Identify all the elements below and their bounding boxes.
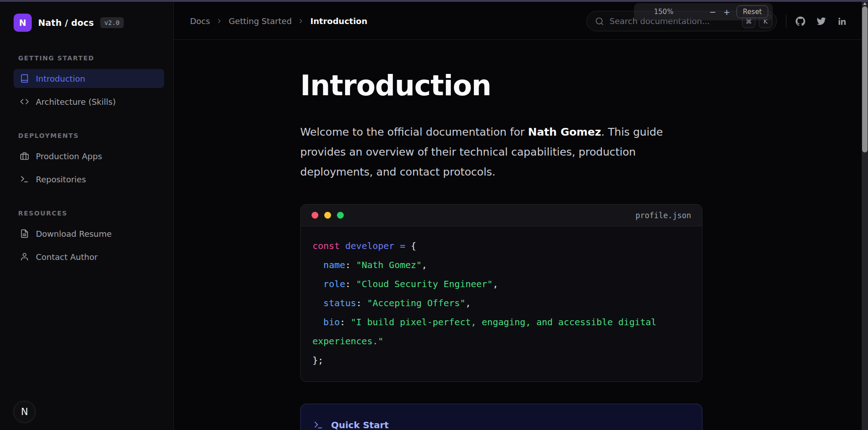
- main-area: DocsGetting StartedIntroduction Search d…: [174, 0, 868, 430]
- sidebar-item-label: Download Resume: [36, 229, 112, 239]
- twitter-icon[interactable]: [816, 16, 826, 26]
- sidebar-section: GETTING STARTEDIntroductionArchitecture …: [14, 54, 164, 111]
- chevron-right-icon: [216, 18, 223, 24]
- sidebar-item-label: Repositories: [36, 175, 86, 184]
- scrollbar-up-arrow-icon[interactable]: [863, 2, 867, 5]
- code-line: role: "Cloud Security Engineer",: [312, 274, 690, 293]
- traffic-light-red-icon: [312, 212, 318, 219]
- content-column: Introduction Welcome to the official doc…: [300, 70, 702, 430]
- sidebar-section: DEPLOYMENTSProduction AppsRepositories: [14, 132, 164, 189]
- briefcase-icon: [20, 151, 29, 161]
- traffic-light-yellow-icon: [324, 212, 331, 219]
- intro-paragraph: Welcome to the official documentation fo…: [300, 122, 702, 182]
- breadcrumb: DocsGetting StartedIntroduction: [190, 16, 367, 26]
- sidebar-item-repositories[interactable]: Repositories: [14, 170, 164, 189]
- logo[interactable]: N Nath / docs v2.0: [14, 11, 164, 32]
- breadcrumb-item-introduction: Introduction: [310, 16, 367, 26]
- code-filename: profile.json: [635, 211, 691, 220]
- search-icon: [595, 17, 604, 26]
- breadcrumb-item-getting-started[interactable]: Getting Started: [229, 16, 292, 26]
- code-content: const developer = { name: "Nath Gomez", …: [301, 226, 702, 381]
- sidebar-item-label: Contact Author: [36, 252, 98, 262]
- page-top-accent-bar: [0, 0, 868, 2]
- code-line: name: "Nath Gomez",: [312, 255, 690, 274]
- browser-zoom-popup: 150% − + Reset: [634, 3, 773, 20]
- sidebar-item-architecture-skills[interactable]: Architecture (Skills): [14, 92, 164, 111]
- header-divider: [786, 15, 786, 28]
- version-badge: v2.0: [100, 17, 124, 28]
- sidebar-item-label: Production Apps: [36, 151, 102, 161]
- intro-text: Welcome to the official documentation fo…: [300, 126, 528, 138]
- chevron-right-icon: [297, 18, 304, 24]
- intro-highlight: Nath Gomez: [528, 126, 601, 138]
- code-window-titlebar: profile.json: [301, 205, 702, 226]
- scrollbar[interactable]: [862, 0, 868, 430]
- site-title: Nath / docs: [38, 18, 94, 28]
- quick-start-panel[interactable]: Quick Start: [300, 404, 702, 430]
- sidebar-item-production-apps[interactable]: Production Apps: [14, 147, 164, 166]
- avatar-initial: N: [21, 406, 28, 417]
- user-icon: [20, 252, 29, 261]
- sidebar: N Nath / docs v2.0 GETTING STARTEDIntrod…: [0, 0, 174, 430]
- sidebar-nav: GETTING STARTEDIntroductionArchitecture …: [14, 48, 164, 266]
- scrollbar-thumb[interactable]: [862, 6, 868, 152]
- sidebar-item-contact-author[interactable]: Contact Author: [14, 247, 164, 266]
- zoom-out-button[interactable]: −: [706, 7, 720, 17]
- zoom-in-button[interactable]: +: [720, 7, 734, 17]
- code-line: status: "Accepting Offers",: [312, 293, 690, 313]
- sidebar-section-label: GETTING STARTED: [18, 54, 164, 62]
- content-scroll-area: Introduction Welcome to the official doc…: [174, 40, 868, 430]
- breadcrumb-item-docs[interactable]: Docs: [190, 16, 210, 26]
- terminal-icon: [313, 420, 323, 430]
- page-title: Introduction: [300, 70, 702, 101]
- code-line: const developer = {: [312, 236, 690, 255]
- sidebar-item-introduction[interactable]: Introduction: [14, 69, 164, 88]
- avatar[interactable]: N: [14, 401, 35, 423]
- zoom-level: 150%: [654, 8, 673, 16]
- window-controls: [312, 212, 344, 219]
- zoom-reset-button[interactable]: Reset: [736, 5, 768, 18]
- sidebar-item-download-resume[interactable]: Download Resume: [14, 224, 164, 243]
- code-line: };: [312, 351, 690, 370]
- file-icon: [20, 229, 29, 238]
- code-icon: [20, 97, 29, 106]
- social-links: [795, 16, 847, 26]
- logo-initial: N: [19, 18, 26, 28]
- sidebar-section-label: DEPLOYMENTS: [18, 132, 164, 139]
- book-icon: [20, 74, 29, 83]
- sidebar-item-label: Architecture (Skills): [36, 97, 116, 107]
- sidebar-item-label: Introduction: [36, 74, 85, 83]
- linkedin-icon[interactable]: [837, 16, 847, 26]
- code-window: profile.json const developer = { name: "…: [300, 204, 702, 382]
- github-icon[interactable]: [795, 16, 805, 26]
- traffic-light-green-icon: [337, 212, 344, 219]
- sidebar-section: RESOURCESDownload ResumeContact Author: [14, 210, 164, 266]
- quick-start-label: Quick Start: [331, 420, 389, 430]
- sidebar-section-label: RESOURCES: [18, 210, 164, 217]
- terminal-icon: [20, 175, 29, 184]
- code-line: bio: "I build pixel-perfect, engaging, a…: [312, 313, 690, 351]
- logo-mark: N: [14, 14, 32, 32]
